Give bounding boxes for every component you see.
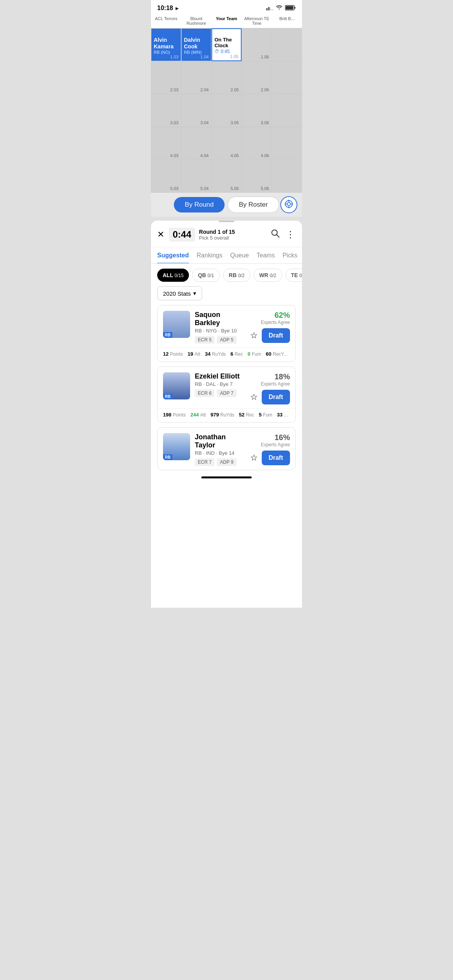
- player-tags-saquon: ECR 5 ADP 5: [195, 336, 245, 344]
- stats-row-saquon: 12 Points 19 Att 34 RuYds 6 Rec 0 Fum 60: [158, 348, 295, 362]
- player-card-ezekiel: RB Ezekiel Elliott RB · DAL · Bye 7 ECR …: [157, 367, 296, 423]
- player-info-saquon: Saquon Barkley RB · NYG · Bye 10 ECR 5 A…: [195, 311, 245, 344]
- grid-cell-3-4: 3.06: [242, 94, 272, 127]
- tab-queue[interactable]: Queue: [230, 247, 249, 264]
- tabs-row: Suggested Rankings Queue Teams Picks: [151, 247, 302, 264]
- player-avatar-saquon: RB: [163, 311, 190, 338]
- adp-tag-saquon: ADP 5: [217, 336, 236, 344]
- filter-wr[interactable]: WR 0/2: [254, 269, 282, 282]
- pick-num: 1.03: [154, 55, 178, 59]
- stats-row-ezekiel: 198 Points 244 Att 979 RuYds 52 Rec 5 Fu…: [158, 408, 295, 422]
- player-info-ezekiel: Ezekiel Elliott RB · DAL · Bye 7 ECR 6 A…: [195, 372, 245, 397]
- expert-pct-ezekiel: 18%: [261, 372, 290, 381]
- player-name-taylor: Jonathan Taylor: [195, 433, 245, 449]
- adp-tag-taylor: ADP 9: [217, 458, 236, 466]
- stat-fum-saquon: 0 Fum: [248, 351, 261, 357]
- player-main-saquon: RB Saquon Barkley RB · NYG · Bye 10 ECR …: [158, 305, 295, 348]
- player-team-taylor: RB · IND · Bye 14: [195, 450, 245, 456]
- svg-rect-5: [295, 7, 296, 9]
- pick-num: 1.04: [184, 55, 209, 59]
- sheet-timer: 0:44: [169, 228, 195, 242]
- star-button-ezekiel[interactable]: ☆: [250, 392, 258, 402]
- grid-cell-3-3: 3.05: [211, 94, 242, 127]
- chevron-down-icon: ▾: [193, 290, 196, 297]
- grid-cell-1-3[interactable]: On The Clock ⏱ 0:45 1.05: [211, 28, 242, 61]
- grid-cell-1-1[interactable]: Alvin Kamara RB (NO) 1.03: [151, 28, 181, 61]
- stat-rec-saquon: 6 Rec: [230, 351, 243, 357]
- filter-rb[interactable]: RB 0/2: [223, 269, 251, 282]
- svg-rect-6: [286, 6, 293, 9]
- position-badge-ezekiel: RB: [163, 394, 172, 399]
- player-actions-saquon: ☆ Draft: [250, 328, 290, 343]
- tab-picks[interactable]: Picks: [283, 247, 297, 264]
- svg-rect-0: [266, 8, 268, 10]
- player-pos: RB (MIN): [184, 50, 209, 55]
- grid-cell-5-5: [272, 160, 302, 193]
- stats-dropdown[interactable]: 2020 Stats ▾: [157, 286, 202, 300]
- grid-cell-5-2: 5.04: [181, 160, 211, 193]
- grid-cell-4-2: 4.04: [181, 127, 211, 160]
- player-name-ezekiel: Ezekiel Elliott: [195, 372, 245, 380]
- close-button[interactable]: ✕: [157, 230, 164, 240]
- grid-cell-1-4: 1.06: [242, 28, 272, 61]
- grid-cell-4-4: 4.06: [242, 127, 272, 160]
- player-name-saquon: Saquon Barkley: [195, 311, 245, 327]
- by-roster-button[interactable]: By Roster: [228, 197, 279, 213]
- player-card-taylor: RB Jonathan Taylor RB · IND · Bye 14 ECR…: [157, 427, 296, 470]
- grid-cell-4-3: 4.05: [211, 127, 242, 160]
- filter-all[interactable]: ALL 0/15: [157, 269, 189, 282]
- stat-att-ezekiel: 244 Att: [190, 412, 206, 418]
- player-tags-taylor: ECR 7 ADP 9: [195, 458, 245, 466]
- filter-te[interactable]: TE 0/1: [285, 269, 302, 282]
- grid-row-2: 2.03 2.04 2.05 2.06: [151, 61, 302, 94]
- more-options-button[interactable]: ⋮: [286, 229, 296, 240]
- location-icon: ►: [175, 5, 180, 11]
- adp-tag-ezekiel: ADP 7: [217, 389, 236, 397]
- player-right-saquon: 62% Experts Agree ☆ Draft: [250, 311, 290, 343]
- tab-suggested[interactable]: Suggested: [157, 247, 189, 264]
- player-main-taylor: RB Jonathan Taylor RB · IND · Bye 14 ECR…: [158, 428, 295, 470]
- position-badge-saquon: RB: [163, 332, 172, 338]
- star-button-saquon[interactable]: ☆: [250, 331, 258, 341]
- team-headers: ACL Terrors Blount Rushmore Your Team Af…: [151, 14, 302, 28]
- ecr-tag-ezekiel: ECR 6: [195, 389, 214, 397]
- by-round-button[interactable]: By Round: [174, 197, 225, 212]
- experts-label-taylor: Experts Agree: [261, 442, 290, 447]
- ecr-tag-saquon: ECR 5: [195, 336, 214, 344]
- stat-rec-ezekiel: 52 Rec: [239, 412, 254, 418]
- grid-cell-3-2: 3.04: [181, 94, 211, 127]
- player-actions-taylor: ☆ Draft: [250, 451, 290, 465]
- svg-line-14: [276, 235, 279, 237]
- stat-extra-ezekiel: 33 ...: [277, 412, 288, 418]
- player-actions-ezekiel: ☆ Draft: [250, 390, 290, 404]
- tab-teams[interactable]: Teams: [257, 247, 275, 264]
- grid-cell-5-4: 5.06: [242, 160, 272, 193]
- grid-cell-2-5: [272, 61, 302, 94]
- stat-points-ezekiel: 198 Points: [163, 412, 186, 418]
- draft-button-taylor[interactable]: Draft: [262, 451, 290, 465]
- grid-cell-5-1: 5.03: [151, 160, 181, 193]
- grid-row-1: Alvin Kamara RB (NO) 1.03 Dalvin Cook RB…: [151, 28, 302, 61]
- tab-rankings[interactable]: Rankings: [197, 247, 223, 264]
- team-header-3: Afternoon TE Time: [242, 14, 272, 28]
- stat-att-saquon: 19 Att: [187, 351, 200, 357]
- player-right-ezekiel: 18% Experts Agree ☆ Draft: [250, 372, 290, 404]
- position-badge-taylor: RB: [163, 454, 172, 460]
- draft-button-ezekiel[interactable]: Draft: [262, 390, 290, 404]
- team-header-1: Blount Rushmore: [181, 14, 211, 28]
- stat-recyds-saquon: 60 RecY...: [266, 351, 287, 357]
- svg-point-8: [287, 202, 290, 206]
- toggle-row: By Round By Roster: [151, 193, 302, 217]
- pick-text: Pick 5 overall: [199, 235, 271, 241]
- star-button-taylor[interactable]: ☆: [250, 453, 258, 463]
- draft-button-saquon[interactable]: Draft: [262, 328, 290, 343]
- target-button[interactable]: [280, 196, 297, 213]
- grid-cell-2-3: 2.05: [211, 61, 242, 94]
- grid-cell-1-2[interactable]: Dalvin Cook RB (MIN) 1.04: [181, 28, 211, 61]
- filter-qb[interactable]: QB 0/1: [192, 269, 220, 282]
- grid-row-3: 3.03 3.04 3.05 3.06: [151, 94, 302, 127]
- grid-cell-4-1: 4.03: [151, 127, 181, 160]
- svg-rect-2: [270, 9, 271, 10]
- status-icons: [266, 5, 296, 12]
- search-button[interactable]: [271, 229, 280, 240]
